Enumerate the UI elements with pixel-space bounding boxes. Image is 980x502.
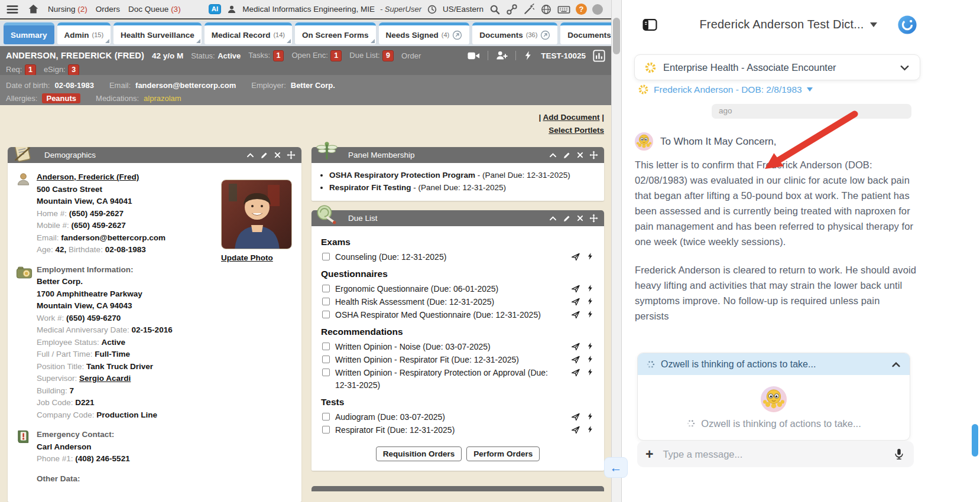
- lightning-icon[interactable]: [586, 355, 595, 364]
- external-link-icon[interactable]: [452, 30, 462, 40]
- edit-icon[interactable]: [563, 151, 571, 159]
- close-icon[interactable]: [274, 151, 281, 159]
- keyboard-icon[interactable]: [557, 3, 570, 16]
- send-icon[interactable]: [571, 368, 580, 377]
- checkbox[interactable]: [322, 298, 330, 305]
- collapse-icon[interactable]: [549, 151, 557, 159]
- lightning-icon[interactable]: [586, 252, 595, 262]
- lightning-icon[interactable]: [586, 310, 595, 320]
- checkbox[interactable]: [322, 285, 330, 292]
- order-link[interactable]: Order: [401, 51, 421, 60]
- tab-on-screen-forms[interactable]: On Screen Forms: [295, 22, 376, 44]
- lightning-icon[interactable]: [523, 50, 534, 61]
- tab-medical-record[interactable]: Medical Record(14): [205, 22, 292, 44]
- send-icon[interactable]: [571, 284, 580, 294]
- checkbox[interactable]: [322, 253, 330, 260]
- lightning-icon[interactable]: [586, 297, 595, 307]
- medications-value[interactable]: alprazolam: [144, 94, 181, 103]
- nav-doc-queue[interactable]: Doc Queue (3): [128, 5, 181, 14]
- ai-badge[interactable]: AI: [209, 4, 222, 15]
- move-icon[interactable]: [589, 151, 598, 159]
- send-icon[interactable]: [571, 297, 580, 307]
- select-portlets-link[interactable]: Select Portlets: [549, 126, 604, 135]
- chevron-up-icon[interactable]: [891, 359, 901, 370]
- supervisor-link[interactable]: Sergio Acardi: [79, 374, 131, 383]
- lightning-icon[interactable]: [586, 342, 595, 351]
- scrollbar-thumb[interactable]: [613, 18, 620, 54]
- nav-nursing[interactable]: Nursing (2): [48, 5, 87, 14]
- bar-chart-icon[interactable]: [593, 50, 605, 62]
- checkbox[interactable]: [322, 369, 330, 376]
- checkbox[interactable]: [322, 426, 330, 433]
- external-link-icon[interactable]: [540, 30, 550, 40]
- attach-plus-button[interactable]: +: [645, 448, 653, 461]
- lightning-icon[interactable]: [586, 425, 595, 435]
- patient-context-link[interactable]: Frederick Anderson - DOB: 2/8/1983: [638, 84, 813, 95]
- patient-requisitions[interactable]: Req: 1: [6, 64, 36, 76]
- lightning-icon[interactable]: [586, 284, 595, 294]
- sidebar-toggle-icon[interactable]: [642, 17, 658, 32]
- collapse-icon[interactable]: [246, 151, 255, 159]
- add-person-icon[interactable]: [495, 49, 508, 62]
- nav-orders[interactable]: Orders: [96, 5, 120, 14]
- panel-collapse-button[interactable]: ←: [604, 457, 628, 478]
- requisition-orders-button[interactable]: Requisition Orders: [376, 446, 462, 461]
- patient-esign[interactable]: eSign: 3: [44, 64, 79, 76]
- vertical-scrollbar[interactable]: [611, 0, 622, 502]
- tab-summary[interactable]: Summary: [4, 22, 54, 44]
- organization-name: Medical Informatics Engineering, MIE: [242, 5, 375, 14]
- patient-open-encounters[interactable]: Open Enc: 1: [291, 50, 342, 61]
- microphone-icon[interactable]: [893, 448, 906, 461]
- move-icon[interactable]: [589, 214, 598, 223]
- update-photo-link[interactable]: Update Photo: [221, 252, 273, 265]
- tab-admin[interactable]: Admin(15): [57, 22, 111, 44]
- tab-health-surveillance[interactable]: Health Surveillance: [113, 22, 202, 44]
- video-call-icon[interactable]: [467, 49, 481, 63]
- send-icon[interactable]: [571, 342, 580, 351]
- move-icon[interactable]: [287, 151, 296, 159]
- tab-needs-signed[interactable]: Needs Signed(4): [379, 22, 470, 44]
- perform-orders-button[interactable]: Perform Orders: [466, 446, 540, 461]
- home-icon[interactable]: [27, 3, 40, 15]
- add-document-link[interactable]: Add Document: [543, 113, 599, 122]
- checkbox[interactable]: [322, 311, 330, 318]
- lightning-icon[interactable]: [586, 412, 595, 422]
- employer-value: Better Corp.: [291, 81, 335, 90]
- encounter-selector[interactable]: Enterprise Health - Associate Encounter: [634, 54, 920, 80]
- search-icon[interactable]: [489, 4, 501, 15]
- send-icon[interactable]: [571, 355, 580, 364]
- edit-icon[interactable]: [563, 214, 571, 223]
- lightning-icon[interactable]: [586, 368, 595, 377]
- letter-greeting: To Whom It May Concern,: [660, 136, 777, 148]
- send-icon[interactable]: [571, 252, 580, 262]
- close-icon[interactable]: [576, 151, 584, 159]
- close-icon[interactable]: [576, 214, 584, 222]
- checkbox[interactable]: [322, 356, 330, 363]
- due-section-recommendations: Recommendations: [321, 327, 595, 337]
- patient-name-link[interactable]: Anderson, Frederick (Fred): [37, 172, 139, 181]
- send-icon[interactable]: [571, 412, 580, 422]
- globe-icon[interactable]: [540, 4, 552, 15]
- assistant-panel-header: Frederick Anderson Test Dict...: [622, 17, 980, 32]
- message-input[interactable]: [663, 449, 883, 460]
- wand-icon[interactable]: [523, 4, 535, 15]
- panel-scrollbar-thumb[interactable]: [972, 424, 978, 457]
- timezone-label[interactable]: US/Eastern: [443, 5, 483, 14]
- allergy-badge[interactable]: Peanuts: [42, 93, 80, 103]
- send-icon[interactable]: [571, 425, 580, 435]
- thinking-banner[interactable]: Ozwell is thinking of actions to take...: [638, 353, 910, 375]
- checkbox[interactable]: [322, 413, 330, 420]
- patient-tasks[interactable]: Tasks: 1: [248, 50, 284, 61]
- checkbox[interactable]: [322, 343, 330, 350]
- tab-documents[interactable]: Documents(36): [472, 22, 557, 44]
- edit-icon[interactable]: [260, 151, 268, 159]
- link-icon[interactable]: [506, 4, 518, 15]
- menu-icon[interactable]: [6, 3, 19, 16]
- ozwell-assistant-panel: Frederick Anderson Test Dict... Enterpri…: [622, 0, 980, 502]
- patient-due-list[interactable]: Due List: 9: [349, 50, 394, 61]
- help-icon[interactable]: ?: [576, 4, 587, 15]
- ozwell-logo[interactable]: [897, 15, 917, 35]
- send-icon[interactable]: [571, 310, 580, 320]
- conversation-selector[interactable]: Frederick Anderson Test Dict...: [658, 18, 919, 31]
- collapse-icon[interactable]: [549, 214, 557, 223]
